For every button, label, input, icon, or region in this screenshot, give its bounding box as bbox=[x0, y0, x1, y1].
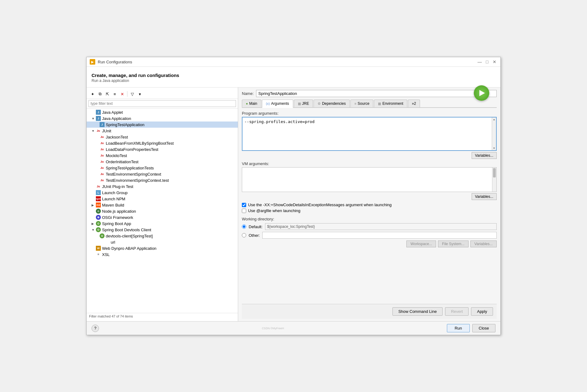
tab-main[interactable]: ●Main bbox=[242, 100, 261, 107]
duplicate-config-button[interactable]: ⧉ bbox=[96, 91, 103, 97]
tree-item[interactable]: ✶XSL bbox=[87, 251, 238, 258]
dropdown-button[interactable]: ▾ bbox=[136, 91, 143, 97]
export-config-button[interactable]: ⇱ bbox=[104, 91, 111, 97]
argfile-checkbox[interactable] bbox=[242, 209, 246, 213]
tree-item-icon: J bbox=[100, 122, 105, 127]
tab-arguments[interactable]: (x)Arguments bbox=[262, 100, 293, 108]
other-dir-input[interactable] bbox=[262, 232, 497, 239]
vm-args-variables-row: Variables... bbox=[242, 193, 497, 200]
working-dir-label: Working directory: bbox=[242, 217, 497, 221]
tree-item[interactable]: JuLoadDataFromPropertiesTest bbox=[87, 146, 238, 152]
window-icon: ▶ bbox=[90, 59, 95, 65]
tree-item[interactable]: ▼JJava Application bbox=[87, 115, 238, 121]
tree-item-label: devtools-client[SpringTest] bbox=[106, 234, 153, 238]
tree-item[interactable]: JuMockitoTest bbox=[87, 152, 238, 159]
tree-item[interactable]: JuTestEnvironmentSpringContext.test bbox=[87, 177, 238, 183]
tree-item[interactable]: JuSpringTestApplicationTests bbox=[87, 165, 238, 171]
tree-item-icon: Ju bbox=[100, 141, 105, 146]
maximize-button[interactable]: □ bbox=[484, 59, 490, 65]
tree-item[interactable]: ⊙devtools-client[SpringTest] bbox=[87, 233, 238, 239]
showcode-checkbox[interactable] bbox=[242, 203, 246, 207]
tree-list: JJava Applet▼JJava ApplicationJSpringTes… bbox=[87, 109, 238, 313]
run-icon-circle[interactable] bbox=[474, 85, 489, 101]
tree-item-icon: ⊕ bbox=[96, 215, 101, 220]
tree-item[interactable]: npmLaunch NPM bbox=[87, 196, 238, 202]
tab-dependencies[interactable]: ⚙Dependencies bbox=[314, 100, 350, 107]
tab-label-jre: JRE bbox=[302, 101, 309, 106]
tree-item-label: Spring Boot App bbox=[102, 221, 131, 226]
program-args-scrollbar[interactable]: ▲ ▼ bbox=[492, 117, 496, 150]
import-config-button[interactable]: ≡ bbox=[111, 91, 118, 97]
filter-button[interactable]: ▽ bbox=[129, 91, 136, 97]
tab-icon-jre: ▦ bbox=[298, 102, 301, 106]
default-radio[interactable] bbox=[242, 224, 246, 229]
help-button[interactable]: ? bbox=[92, 325, 99, 332]
tree-item-label: SpringTestApplicationTests bbox=[106, 166, 154, 170]
tree-item[interactable]: url bbox=[87, 239, 238, 245]
bottom-bar: ? CSDN ©MyFreeH Run Close bbox=[87, 321, 500, 335]
vm-args-textarea[interactable] bbox=[242, 168, 496, 192]
apply-button[interactable]: Apply bbox=[471, 307, 493, 316]
tree-item-label: Java Applet bbox=[102, 110, 123, 115]
argfile-label: Use @argfile when launching bbox=[248, 208, 300, 213]
revert-button[interactable]: Revert bbox=[445, 307, 469, 316]
show-command-line-button[interactable]: Show Command Line bbox=[392, 307, 443, 316]
tab-label-arguments: Arguments bbox=[271, 101, 289, 106]
tab-overflow[interactable]: »2 bbox=[408, 100, 420, 107]
tab-source[interactable]: ≡Source bbox=[350, 100, 373, 107]
tree-item[interactable]: JuOrderInitiationTest bbox=[87, 159, 238, 165]
filter-input[interactable] bbox=[88, 100, 236, 107]
tree-item[interactable]: JJava Applet bbox=[87, 109, 238, 115]
tree-item-label: XSL bbox=[102, 252, 110, 257]
vm-args-variables-button[interactable]: Variables... bbox=[472, 193, 497, 200]
window-controls: — □ ✕ bbox=[477, 59, 497, 65]
run-button[interactable]: Run bbox=[447, 324, 470, 332]
program-args-textarea[interactable] bbox=[242, 117, 496, 150]
tree-item-label: JUnit Plug-in Test bbox=[102, 184, 133, 189]
default-radio-row: Default: bbox=[242, 223, 497, 230]
workspace-buttons-row: Workspace... File System... Variables... bbox=[242, 241, 497, 247]
left-toolbar: ✦ ⧉ ⇱ ≡ ✕ ▽ ▾ bbox=[87, 89, 238, 99]
tree-item-label: OrderInitiationTest bbox=[106, 160, 139, 164]
tree-item[interactable]: JuLoadBeanFromXMLBySpringBootTest bbox=[87, 140, 238, 146]
toolbar-separator bbox=[127, 91, 127, 97]
play-area bbox=[477, 70, 495, 85]
tree-item[interactable]: ▶m2Maven Build bbox=[87, 202, 238, 208]
scrollbar-up-icon[interactable]: ▲ bbox=[492, 117, 496, 121]
variables-dir-button[interactable]: Variables... bbox=[470, 241, 497, 247]
close-dialog-button[interactable]: Close bbox=[472, 324, 495, 332]
program-args-label: Program arguments: bbox=[242, 111, 497, 116]
left-panel: ✦ ⧉ ⇱ ≡ ✕ ▽ ▾ JJava Applet▼JJava Applica… bbox=[87, 87, 238, 321]
tree-item[interactable]: JuTestEnvironmentSpringContext bbox=[87, 171, 238, 177]
tab-environment[interactable]: ▦Environment bbox=[374, 100, 407, 107]
other-radio[interactable] bbox=[242, 233, 246, 237]
tree-item[interactable]: nNode.js application bbox=[87, 208, 238, 214]
delete-config-button[interactable]: ✕ bbox=[119, 91, 126, 97]
program-args-variables-button[interactable]: Variables... bbox=[472, 152, 497, 159]
tree-item[interactable]: WWeb Dynpro ABAP Application bbox=[87, 245, 238, 251]
tree-item[interactable]: ⊕OSGi Framework bbox=[87, 214, 238, 220]
tree-item[interactable]: ▶⊙Spring Boot App bbox=[87, 220, 238, 227]
close-button[interactable]: ✕ bbox=[492, 59, 497, 65]
minimize-button[interactable]: — bbox=[477, 59, 482, 65]
vm-args-scrollbar[interactable] bbox=[492, 168, 496, 192]
window-title: Run Configurations bbox=[98, 60, 132, 64]
header-content: Create, manage, and run configurations R… bbox=[92, 70, 495, 85]
tab-jre[interactable]: ▦JRE bbox=[294, 100, 313, 107]
tree-item[interactable]: ▼⊙Spring Boot Devtools Client bbox=[87, 227, 238, 233]
new-config-button[interactable]: ✦ bbox=[89, 91, 96, 97]
scrollbar-down-icon[interactable]: ▼ bbox=[492, 146, 496, 150]
workspace-button[interactable]: Workspace... bbox=[406, 241, 436, 247]
tree-expand-icon: ▼ bbox=[92, 129, 95, 133]
tree-item[interactable]: LLaunch Group bbox=[87, 190, 238, 196]
config-name-input[interactable] bbox=[256, 90, 497, 97]
filesystem-button[interactable]: File System... bbox=[438, 241, 469, 247]
other-radio-row: Other: bbox=[242, 232, 497, 239]
tree-item[interactable]: JuJacksonTest bbox=[87, 134, 238, 140]
tree-expand-icon: ▶ bbox=[92, 222, 95, 225]
tree-item[interactable]: JuJUnit Plug-in Test bbox=[87, 183, 238, 190]
tree-item[interactable]: JSpringTestApplication bbox=[87, 121, 238, 128]
tree-item-icon: Ju bbox=[100, 178, 105, 183]
name-label: Name: bbox=[242, 91, 254, 96]
tree-item[interactable]: ▼JuJUnit bbox=[87, 128, 238, 134]
